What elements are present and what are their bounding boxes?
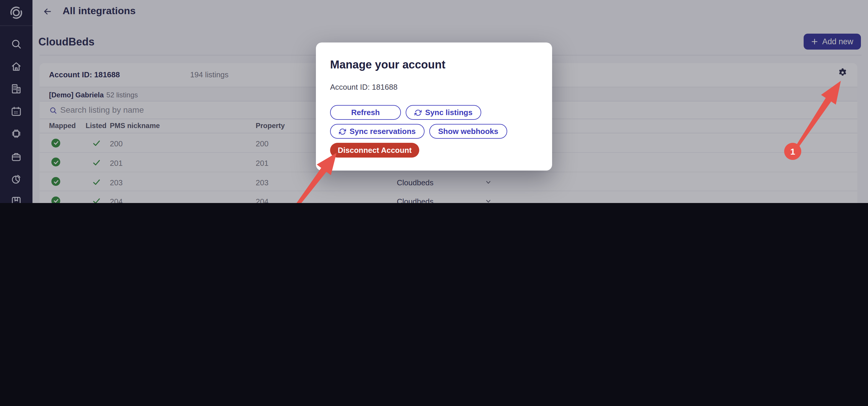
app-window: All integrations CloudBeds Add new Accou… xyxy=(0,0,868,203)
manage-account-modal: Manage your account Account ID: 181688 R… xyxy=(316,42,552,171)
annotation-step-1: 1 xyxy=(784,143,801,160)
refresh-label: Refresh xyxy=(351,108,380,117)
disconnect-account-button[interactable]: Disconnect Account xyxy=(330,143,419,158)
show-webhooks-label: Show webhooks xyxy=(438,127,498,136)
sync-listings-label: Sync listings xyxy=(425,108,472,117)
modal-title: Manage your account xyxy=(330,59,445,71)
show-webhooks-button[interactable]: Show webhooks xyxy=(429,124,507,139)
refresh-button[interactable]: Refresh xyxy=(330,105,401,120)
sync-reservations-button[interactable]: Sync reservations xyxy=(330,124,425,139)
sync-reservations-label: Sync reservations xyxy=(349,127,416,136)
sync-icon xyxy=(414,109,422,116)
sync-icon xyxy=(339,128,346,135)
sync-listings-button[interactable]: Sync listings xyxy=(406,105,481,120)
modal-account-id: Account ID: 181688 xyxy=(330,82,397,92)
